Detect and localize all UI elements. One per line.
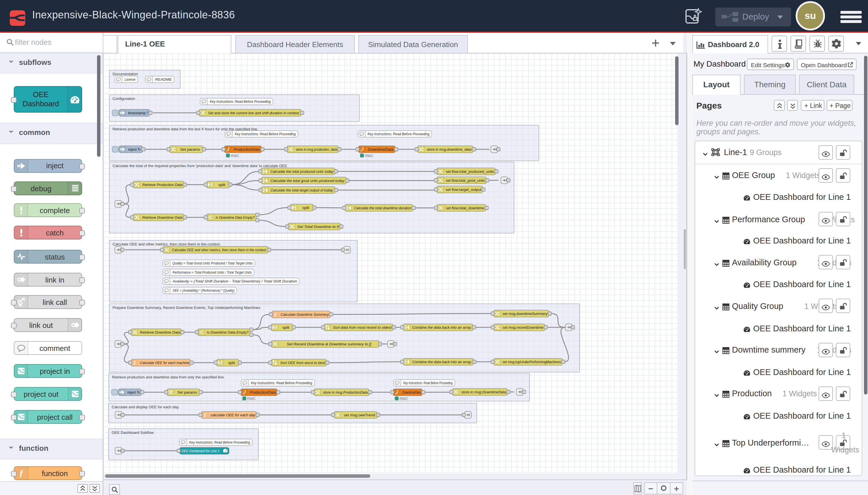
svg-text:Calculate Downtime Summery: Calculate Downtime Summery: [281, 312, 329, 317]
svg-text:Calculate and display OEE for: Calculate and display OEE for each day.: [112, 405, 179, 409]
svg-text:Calculate the total target out: Calculate the total target output of tod…: [271, 188, 333, 192]
svg-text:Prepare Downtime Summary, Rece: Prepare Downtime Summary, Recent Downtim…: [112, 306, 260, 310]
svg-text:split: split: [228, 361, 235, 365]
svg-text:split: split: [282, 325, 289, 330]
svg-text:set msg.downtimeSummery: set msg.downtimeSummery: [503, 311, 548, 316]
svg-text:DowntimeData: DowntimeData: [402, 390, 421, 394]
svg-text:inject ↻: inject ↻: [127, 390, 140, 394]
svg-text:Sort data from most recent to: Sort data from most recent to oldest: [333, 325, 392, 330]
svg-text:Set Total Downtime to 0: Set Total Downtime to 0: [297, 224, 339, 229]
svg-text:Retrieve Production Data: Retrieve Production Data: [142, 183, 183, 187]
svg-text:set msg.topUnderPerformingMach: set msg.topUnderPerformingMachines: [502, 360, 561, 364]
svg-text:Calculate OEE and other metric: Calculate OEE and other metrics, then st…: [112, 242, 221, 246]
svg-text:set flow.total_good_units: set flow.total_good_units: [446, 178, 485, 183]
svg-text:Set Recent Downtime & Downtime: Set Recent Downtime & Downtime summery t…: [287, 342, 372, 346]
svg-text:Key Instructions: Read Before: Key Instructions: Read Before Proceeding: [251, 381, 312, 385]
svg-text:Configuration: Configuration: [112, 97, 135, 101]
svg-text:OEE Dashboard Subflow: OEE Dashboard Subflow: [112, 430, 154, 435]
svg-text:set flow.target_output: set flow.target_output: [446, 187, 481, 192]
svg-text:OEE = (Availability) * (Perfor: OEE = (Availability) * (Performance) * (…: [173, 288, 235, 293]
svg-text:store in msg.ProductionData: store in msg.ProductionData: [323, 390, 368, 394]
svg-text:DowntimeData: DowntimeData: [368, 147, 394, 152]
svg-text:store in msg.DowntimeData: store in msg.DowntimeData: [461, 390, 506, 394]
svg-text:Sort OEE from worst to best: Sort OEE from worst to best: [280, 361, 325, 365]
svg-text:Calculate OEE for each machine: Calculate OEE for each machine: [140, 361, 189, 365]
svg-text:Availavity = (Total Shift Dura: Availavity = (Total Shift Duration - Tot…: [172, 279, 297, 284]
svg-text:RWC: RWC: [400, 397, 408, 401]
svg-text:Documentation: Documentation: [112, 72, 138, 76]
svg-text:split: split: [218, 183, 225, 187]
svg-text:Set params: Set params: [177, 390, 197, 394]
svg-text:Combine the data back into an: Combine the data back into an array.: [412, 360, 472, 364]
svg-text:Set and store the current line: Set and store the current line and shift…: [208, 111, 300, 115]
svg-text:Key Instructions: Read Before: Key Instructions: Read Before Proceeding: [403, 381, 453, 385]
svg-text:set msg.recentDowntime: set msg.recentDowntime: [503, 325, 543, 330]
svg-text:Calculate the total produced u: Calculate the total produced units today: [271, 169, 334, 174]
svg-text:Set params: Set params: [180, 147, 200, 152]
svg-text:split: split: [302, 206, 309, 210]
svg-text:Calculate OEE and other metric: Calculate OEE and other metrics, then st…: [172, 248, 267, 252]
svg-text:Is Downtime Data Empty?: Is Downtime Data Empty?: [215, 215, 255, 220]
svg-text:Quality = Total Good Units Pr: Quality = Total Good Units Produced / To…: [172, 261, 253, 265]
svg-text:Combine the data back into an: Combine the data back into an array.: [412, 325, 472, 330]
svg-text:store in msg.downtime_data: store in msg.downtime_data: [427, 147, 471, 152]
svg-text:RWC: RWC: [231, 154, 239, 158]
svg-text:License: License: [125, 77, 136, 82]
svg-text:Retrieve production and downti: Retrieve production and downtime data fr…: [112, 375, 225, 379]
svg-text:Calculate the total good units: Calculate the total good units produced …: [271, 178, 345, 183]
svg-text:ProductionData: ProductionData: [233, 147, 260, 152]
svg-text:Key Instructions: Read Before: Key Instructions: Read Before Proceeding: [235, 132, 296, 136]
svg-text:Key Instructions: Read Before: Key Instructions: Read Before Proceeding: [189, 440, 250, 444]
svg-text:Key Instructions: Read Before: Key Instructions: Read Before Proceeding: [367, 132, 429, 136]
svg-text:Calculate the total of the req: Calculate the total of the required prop…: [112, 164, 287, 168]
svg-text:timestamp ¹: timestamp ¹: [128, 111, 148, 115]
svg-text:Retrieve Downtime Data: Retrieve Downtime Data: [142, 215, 183, 220]
svg-text:Retrieve Downtime Data: Retrieve Downtime Data: [140, 330, 180, 335]
svg-text:set msg.oeeTrend: set msg.oeeTrend: [344, 413, 375, 417]
svg-text:OEE Dashboard for Line 1: OEE Dashboard for Line 1: [181, 449, 219, 453]
svg-text:RWC: RWC: [365, 154, 373, 158]
svg-text:set flow.total_produced_units: set flow.total_produced_units: [446, 169, 494, 174]
svg-text:Performance = Total Produced U: Performance = Total Produced Units / Tot…: [173, 270, 252, 274]
svg-text:Key Instructions: Read Before: Key Instructions: Read Before Proceeding: [210, 99, 271, 104]
svg-text:RWC: RWC: [247, 397, 256, 401]
svg-text:Is Downtime Data Empty?: Is Downtime Data Empty?: [207, 330, 248, 335]
svg-text:set flow.total_downtime: set flow.total_downtime: [446, 206, 484, 210]
svg-text:ProductionData: ProductionData: [250, 390, 276, 394]
svg-text:calculate OEE for each day: calculate OEE for each day: [210, 413, 256, 417]
svg-text:Calculate the total downtime d: Calculate the total downtime duration: [354, 206, 411, 210]
svg-text:store in msg.production_data: store in msg.production_data: [296, 147, 337, 152]
svg-text:README: README: [155, 77, 172, 82]
svg-text:inject ↻: inject ↻: [128, 147, 141, 152]
